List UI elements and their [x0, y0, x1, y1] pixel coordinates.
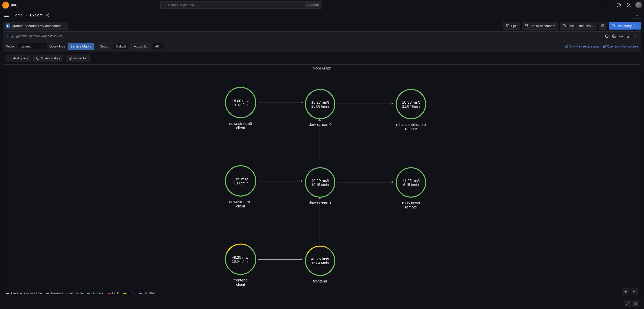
drag-query-icon[interactable] [632, 33, 638, 39]
menu-toggle[interactable] [3, 13, 10, 18]
account-select[interactable]: All ⌵ [153, 43, 164, 50]
query-letter[interactable]: A [11, 34, 14, 38]
query-history-label: Query history [41, 56, 60, 60]
datasource-help-icon[interactable] [604, 33, 610, 39]
region-value: default [21, 44, 31, 48]
run-query-options-button[interactable]: ⌵ [634, 22, 641, 30]
arrow-icon [318, 119, 321, 121]
node-downstream0[interactable]: 16.27 ms/t25.08 t/min downstream0 [302, 89, 338, 127]
node-frontend[interactable]: 48.25 ms/t16.04 t/min frontend [302, 246, 338, 283]
inspector-button[interactable]: Inspector [66, 55, 90, 62]
node-mhausenblas[interactable]: 10.38 ms/t21.07 t/min mhausenblas.info r… [393, 89, 429, 131]
node-stat-tpm: 10.15 t/min [311, 183, 329, 187]
crumb-separator: › [26, 13, 27, 17]
datasource-name: grafana-operator-xray-datasource [12, 24, 61, 28]
query-collapse-toggle[interactable] [6, 35, 9, 38]
crumb-home[interactable]: Home [13, 13, 23, 17]
grafana-logo[interactable] [2, 2, 9, 9]
svg-rect-27 [613, 36, 615, 38]
query-type-select[interactable]: Service Map ⌵ [68, 43, 94, 50]
node-stat-ms: 11.25 ms/t [402, 178, 420, 183]
node-label: downstream1 [302, 201, 338, 205]
crumb-explore[interactable]: Explore [30, 13, 43, 17]
zoom-in-button[interactable] [622, 288, 629, 295]
region-select[interactable]: default ⌵ [18, 43, 47, 50]
expand-button[interactable] [624, 300, 631, 307]
node-downstream1-client[interactable]: 1.05 ms/t4.03 t/min downstream1 client [223, 165, 258, 208]
graph-edge [258, 259, 301, 260]
collapse-panel-button[interactable] [633, 12, 641, 19]
time-range-label: Last 30 minutes [568, 24, 591, 28]
top-right: ▾ [605, 2, 642, 9]
node-stat-ms: 16.27 ms/t [311, 100, 329, 104]
toggle-query-icon[interactable] [618, 33, 624, 39]
legend-success: Success [87, 292, 103, 295]
toolbar-actions: Split Add to dashboard Last 30 minutes ⌵… [503, 22, 641, 30]
svg-line-35 [566, 45, 568, 47]
share-icon[interactable] [46, 13, 50, 17]
svg-line-22 [604, 27, 604, 27]
zoom-out-button[interactable] [631, 288, 638, 295]
node-stat-tpm: 4.03 t/min [233, 181, 248, 185]
graph-zoom-controls [622, 288, 638, 295]
user-avatar[interactable] [635, 2, 642, 8]
split-button[interactable]: Split [503, 22, 520, 30]
svg-rect-16 [527, 25, 528, 26]
grid-view-button[interactable] [632, 300, 639, 307]
xray-console-link-label: Open in X-Ray console [607, 45, 638, 48]
node-label: downstream0 client [223, 121, 258, 130]
add-to-dashboard-button[interactable]: Add to dashboard [522, 22, 558, 30]
chevron-down-icon: ⌵ [637, 24, 639, 28]
svg-point-0 [163, 4, 165, 6]
time-range-picker[interactable]: Last 30 minutes ⌵ [560, 22, 597, 30]
xray-console-link[interactable]: Open in X-Ray console [603, 45, 638, 48]
svg-rect-47 [636, 304, 637, 305]
zoom-out-time-button[interactable] [599, 22, 607, 30]
run-query-label: Run query [616, 24, 632, 28]
datasource-icon: ◧ [6, 23, 10, 28]
node-o11y-news[interactable]: 11.25 ms/t6.15 t/min o11y.news remote [393, 167, 429, 209]
query-body: Region default ⌵ Query Type Service Map … [3, 41, 641, 52]
duplicate-query-icon[interactable] [611, 33, 617, 39]
add-query-button[interactable]: Add query [6, 55, 31, 62]
query-history-button[interactable]: Query history [33, 55, 63, 62]
help-icon[interactable] [615, 2, 622, 9]
svg-line-12 [47, 14, 48, 15]
node-stat-tpm: 6.15 t/min [403, 183, 419, 187]
node-downstream1[interactable]: 40.29 ms/t10.15 t/min downstream1 [302, 167, 338, 205]
graph-edge [258, 181, 301, 181]
svg-rect-2 [307, 4, 309, 6]
xray-service-map-link[interactable]: To X-Ray service map [565, 45, 599, 48]
node-label: o11y.news remote [393, 201, 429, 209]
chevron-down-icon: ⌵ [160, 44, 162, 48]
search-icon [162, 3, 166, 7]
delete-query-icon[interactable] [625, 33, 631, 39]
graph-canvas[interactable]: 15.00 ms/t19.02 t/min downstream0 client… [3, 72, 641, 289]
svg-line-49 [626, 304, 627, 305]
aws-logo: aws [11, 3, 17, 7]
node-frontend-client[interactable]: 48.25 ms/t16.04 t/min frontend client [223, 244, 258, 287]
query-header-actions [604, 33, 638, 39]
node-stat-tpm: 16.04 t/min [311, 261, 329, 265]
node-downstream0-client[interactable]: 15.00 ms/t19.02 t/min downstream0 client [223, 87, 258, 130]
group-value[interactable]: Default [114, 43, 129, 50]
add-menu-button[interactable]: ▾ [605, 2, 612, 9]
svg-point-8 [48, 13, 49, 14]
legend-throttled: Throttled [139, 292, 155, 295]
legend-avg: Average response time [6, 292, 42, 295]
explore-toolbar: ◧ grafana-operator-xray-datasource ⌵ Spl… [0, 20, 644, 31]
chevron-down-icon: ⌵ [42, 44, 44, 48]
search-input[interactable] [160, 1, 322, 9]
xray-service-map-link-label: To X-Ray service map [569, 45, 599, 48]
datasource-picker[interactable]: ◧ grafana-operator-xray-datasource ⌵ [3, 22, 68, 30]
query-card: A (grafana-operator-xray-datasource) Reg… [3, 31, 641, 52]
region-label: Region [6, 45, 15, 48]
run-query-button[interactable]: Run query [609, 22, 634, 30]
svg-line-1 [165, 6, 166, 6]
legend-tpm: Transactions per minute [46, 292, 83, 295]
split-button-label: Split [511, 24, 517, 28]
news-icon[interactable] [625, 2, 632, 9]
graph-edge [337, 182, 392, 182]
chevron-down-icon: ⌵ [90, 44, 92, 48]
svg-point-31 [634, 36, 635, 36]
